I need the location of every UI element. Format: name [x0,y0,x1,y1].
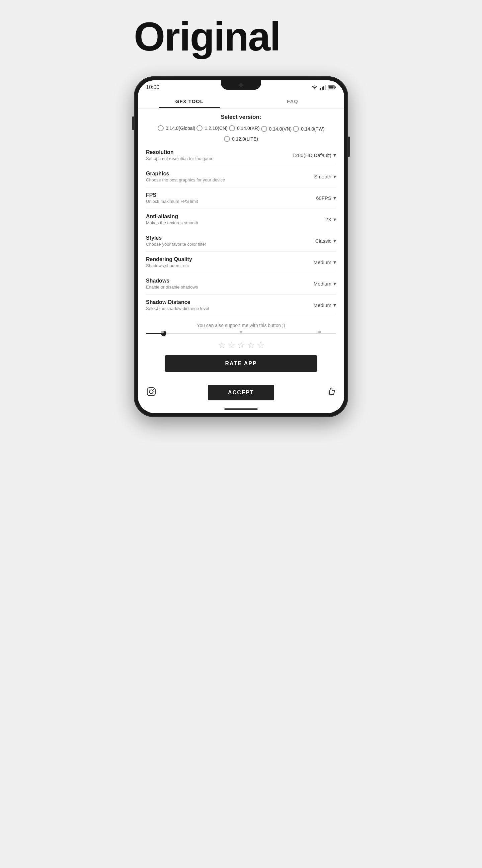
svg-point-8 [150,390,153,393]
setting-label-shadow-distance: Shadow Distance [146,299,314,305]
version-option-kr[interactable]: 0.14.0(KR) [229,125,260,132]
graphics-arrow-icon: ▾ [333,174,336,180]
setting-shadows: Shadows Enable or disable shadows Medium… [146,273,336,294]
version-label-vn: 0.14.0(VN) [269,126,292,131]
resolution-dropdown[interactable]: 1280(HD,Default) ▾ [292,152,336,158]
star-rating[interactable]: ☆ ☆ ☆ ☆ ☆ [146,340,336,350]
slider-dots [146,332,336,333]
status-icons [311,85,336,90]
radio-vn[interactable] [261,126,267,132]
star-1[interactable]: ☆ [218,340,226,350]
fps-value: 60FPS [316,195,331,201]
select-version-title: Select version: [146,114,336,121]
setting-desc-styles: Choose your favorite color filter [146,242,315,247]
setting-antialiasing: Anti-aliasing Makes the textures smooth … [146,209,336,230]
radio-tw[interactable] [293,126,299,132]
shadow-distance-arrow-icon: ▾ [333,302,336,308]
rendering-quality-value: Medium [314,259,331,265]
setting-label-shadows: Shadows [146,278,314,284]
svg-rect-0 [320,88,321,90]
slider-dot-3 [240,331,242,333]
slider-dot-4 [318,331,321,333]
setting-desc-antialiasing: Makes the textures smooth [146,220,325,225]
shadow-distance-value: Medium [314,302,331,308]
slider-dot-2 [161,331,164,333]
shadow-distance-dropdown[interactable]: Medium ▾ [314,302,336,308]
setting-label-resolution: Resolution [146,149,292,155]
version-option-cn[interactable]: 1.2.10(CN) [196,125,227,132]
fps-arrow-icon: ▾ [333,195,336,201]
setting-shadow-distance: Shadow Distance Select the shadow distan… [146,294,336,316]
phone-notch [221,80,261,90]
setting-label-rendering-quality: Rendering Quality [146,256,314,262]
styles-arrow-icon: ▾ [333,238,336,244]
shadows-value: Medium [314,281,331,286]
version-label-tw: 0.14.0(TW) [301,126,324,131]
star-2[interactable]: ☆ [228,340,235,350]
resolution-arrow-icon: ▾ [333,152,336,158]
phone-screen: 10:00 [138,80,344,413]
setting-label-styles: Styles [146,235,315,241]
star-3[interactable]: ☆ [237,340,245,350]
home-indicator [138,405,344,413]
camera-icon [239,83,243,87]
setting-graphics: Graphics Choose the best graphics for yo… [146,166,336,187]
support-text: You can also support me with this button… [146,323,336,328]
star-4[interactable]: ☆ [247,340,255,350]
side-button-left [132,117,134,130]
styles-value: Classic [315,238,331,244]
tab-gfx-tool[interactable]: GFX TOOL [138,93,241,108]
version-option-vn[interactable]: 0.14.0(VN) [261,126,292,132]
thumbsup-icon[interactable] [325,386,336,399]
version-option-global[interactable]: 0.14.0(Global) [158,125,195,132]
graphics-value: Smooth [314,174,331,179]
radio-global[interactable] [158,125,164,131]
signal-icon [320,85,326,90]
setting-styles: Styles Choose your favorite color filter… [146,230,336,252]
page-title: Original [134,13,348,60]
graphics-dropdown[interactable]: Smooth ▾ [314,174,336,180]
svg-rect-1 [322,87,323,90]
version-label-kr: 0.14.0(KR) [237,126,260,131]
status-time: 10:00 [146,84,159,90]
support-slider[interactable] [146,333,336,334]
setting-label-antialiasing: Anti-aliasing [146,214,325,220]
version-option-lite[interactable]: 0.12.0(LITE) [224,136,258,142]
rate-app-button[interactable]: RATE APP [165,355,317,372]
accept-button[interactable]: ACCEPT [208,385,274,400]
styles-dropdown[interactable]: Classic ▾ [315,238,336,244]
setting-resolution: Resolution Set optimal resolution for th… [146,145,336,166]
radio-cn[interactable] [196,125,202,131]
antialiasing-dropdown[interactable]: 2X ▾ [325,216,336,223]
shadows-dropdown[interactable]: Medium ▾ [314,281,336,287]
star-5[interactable]: ☆ [257,340,264,350]
tab-faq[interactable]: FAQ [241,93,344,108]
setting-fps: FPS Unlock maximum FPS limit 60FPS ▾ [146,187,336,209]
tab-bar: GFX TOOL FAQ [138,93,344,108]
svg-rect-2 [323,86,324,90]
resolution-value: 1280(HD,Default) [292,152,331,158]
shadows-arrow-icon: ▾ [333,281,336,287]
main-content: Select version: 0.14.0(Global) 1.2.10(CN… [138,108,344,380]
setting-desc-graphics: Choose the best graphics for your device [146,178,314,182]
svg-rect-6 [335,87,336,88]
radio-lite[interactable] [224,136,230,142]
battery-icon [328,85,336,90]
version-option-tw[interactable]: 0.14.0(TW) [293,126,324,132]
home-bar [224,408,258,410]
setting-desc-fps: Unlock maximum FPS limit [146,199,316,204]
setting-label-graphics: Graphics [146,171,314,177]
page-container: Original 10:00 [134,0,348,417]
setting-desc-shadow-distance: Select the shadow distance level [146,306,314,311]
wifi-icon [311,85,318,90]
rendering-quality-dropdown[interactable]: Medium ▾ [314,259,336,266]
side-button-right [348,136,350,157]
fps-dropdown[interactable]: 60FPS ▾ [316,195,336,201]
svg-point-9 [153,389,154,390]
instagram-icon[interactable] [146,386,157,399]
radio-kr[interactable] [229,125,235,131]
svg-rect-7 [147,388,155,396]
bottom-bar: ACCEPT [138,380,344,405]
antialiasing-value: 2X [325,217,331,222]
antialiasing-arrow-icon: ▾ [333,216,336,223]
